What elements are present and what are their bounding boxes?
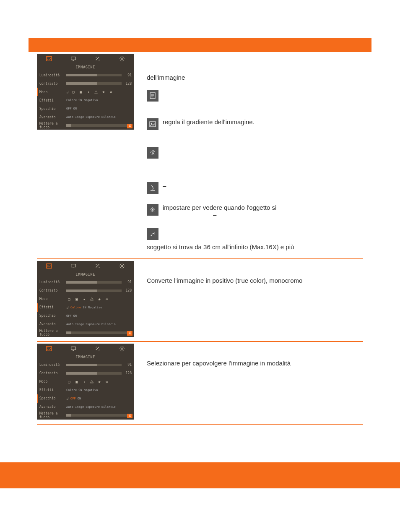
microscope-icon[interactable]: ⧋ xyxy=(89,296,95,302)
opt-bilancio[interactable]: Bilancio xyxy=(101,405,116,409)
normal-mode-icon xyxy=(147,228,158,240)
row-effetti[interactable]: EffettiColoreSNNegativo xyxy=(37,386,134,394)
opt-negativo[interactable]: Negativo xyxy=(84,389,98,392)
row-luminosita[interactable]: Luminosità 91 xyxy=(37,71,134,79)
opt-off[interactable]: OFF xyxy=(66,107,72,110)
row-contrasto[interactable]: Contrasto128 xyxy=(37,287,134,295)
panel-tab-bar xyxy=(37,54,134,64)
opt-bilancio[interactable]: Bilancio xyxy=(101,323,116,326)
row-modo[interactable]: Modo ↲ ▢ ▣ ✦ ⧋ ❀ ∞ xyxy=(37,88,134,96)
value-contrasto: 128 xyxy=(122,82,132,86)
macro-icon[interactable]: ❀ xyxy=(96,296,102,302)
slider-contrasto[interactable] xyxy=(66,372,122,375)
panel-tab-image[interactable] xyxy=(37,344,61,354)
row-effetti[interactable]: Effetti Colore SN Negativo xyxy=(37,96,134,104)
doc-icon[interactable]: ▢ xyxy=(66,379,72,385)
image-icon xyxy=(46,346,52,352)
panel-tab-display[interactable] xyxy=(61,54,86,64)
row-modo[interactable]: Modo▢▣✦⧋❀∞ xyxy=(37,378,134,386)
content-area: IMMAGINE Luminosità 91 Contrasto 128 xyxy=(37,52,363,425)
label-specchio: Specchio xyxy=(39,107,66,111)
row-focus[interactable]: Mettere a fuoco xyxy=(37,121,134,130)
opt-on[interactable]: ON xyxy=(73,107,77,110)
opt-off[interactable]: OFF xyxy=(66,314,72,318)
photo-icon[interactable]: ▣ xyxy=(74,296,80,302)
slider-luminosita[interactable] xyxy=(66,74,122,76)
svg-point-6 xyxy=(151,123,152,124)
opt-off[interactable]: OFF xyxy=(70,397,76,400)
label-effetti: Effetti xyxy=(39,305,66,309)
opt-exposure[interactable]: Exposure xyxy=(86,405,100,409)
infinity-icon[interactable]: ∞ xyxy=(104,296,110,302)
opt-colore[interactable]: Colore xyxy=(66,99,77,102)
panel-tab-display[interactable] xyxy=(61,261,86,271)
photo-icon[interactable]: ▣ xyxy=(78,89,84,95)
opt-autoimage[interactable]: Auto Image xyxy=(66,115,84,119)
macro-mode-icon xyxy=(147,204,158,216)
motion-icon[interactable]: ✦ xyxy=(86,89,91,95)
row-contrasto[interactable]: Contrasto 128 xyxy=(37,79,134,88)
svg-point-1 xyxy=(47,57,48,58)
macro-icon[interactable]: ❀ xyxy=(96,379,102,385)
panel-tab-settings[interactable] xyxy=(110,344,134,354)
opt-exposure[interactable]: Exposure xyxy=(86,323,100,326)
slider-luminosita[interactable] xyxy=(66,281,122,284)
opt-colore[interactable]: Colore xyxy=(66,389,77,392)
macro-icon[interactable]: ❀ xyxy=(101,89,106,95)
opt-negativo[interactable]: Negativo xyxy=(88,306,102,309)
panel-tab-image[interactable] xyxy=(37,54,61,64)
opt-autoimage[interactable]: Auto Image xyxy=(66,405,84,409)
panel-tab-settings[interactable] xyxy=(110,261,134,271)
opt-on[interactable]: ON xyxy=(78,397,81,400)
row-modo[interactable]: Modo▢▣✦⧋❀∞ xyxy=(37,295,134,303)
slider-luminosita[interactable] xyxy=(66,364,122,366)
row-luminosita[interactable]: Luminosità91 xyxy=(37,278,134,287)
row-avanzato[interactable]: AvanzatoAuto ImageExposureBilancio xyxy=(37,403,134,411)
infinity-icon[interactable]: ∞ xyxy=(108,89,114,95)
row-effetti[interactable]: Effetti↲ColoreSNNegativo xyxy=(37,303,134,312)
slider-contrasto[interactable] xyxy=(66,82,122,85)
opt-negativo[interactable]: Negativo xyxy=(84,99,98,102)
panel-tab-tools[interactable] xyxy=(86,54,110,64)
opt-sn[interactable]: SN xyxy=(83,306,86,309)
microscope-mode-text: – xyxy=(163,182,363,189)
slider-contrasto[interactable] xyxy=(66,289,122,292)
row-avanzato[interactable]: AvanzatoAuto ImageExposureBilancio xyxy=(37,320,134,329)
opt-bilancio[interactable]: Bilancio xyxy=(101,115,116,119)
row-specchio[interactable]: SpecchioOFFON xyxy=(37,312,134,320)
row-avanzato[interactable]: Avanzato Auto Image Exposure Bilancio xyxy=(37,113,134,121)
slider-focus[interactable] xyxy=(66,331,132,334)
panel-title: IMMAGINE xyxy=(37,64,134,71)
opt-on[interactable]: ON xyxy=(73,314,77,318)
row-focus[interactable]: Mettere a fuoco xyxy=(37,411,134,420)
panel-tab-tools[interactable] xyxy=(86,344,110,354)
panel-tab-settings[interactable] xyxy=(110,54,134,64)
slider-focus[interactable] xyxy=(66,124,132,127)
description-column: Selezionare per capovolgere l'immagine i… xyxy=(139,342,363,370)
microscope-icon[interactable]: ⧋ xyxy=(93,89,99,95)
panel-tab-display[interactable] xyxy=(61,344,86,354)
motion-icon[interactable]: ✦ xyxy=(81,296,87,302)
row-luminosita[interactable]: Luminosità91 xyxy=(37,361,134,369)
opt-sn[interactable]: SN xyxy=(78,389,82,392)
panel-tab-tools[interactable] xyxy=(86,261,110,271)
photo-icon[interactable]: ▣ xyxy=(74,379,80,385)
microscope-mode-icon xyxy=(147,182,158,194)
opt-exposure[interactable]: Exposure xyxy=(86,115,100,119)
motion-icon[interactable]: ✦ xyxy=(81,379,87,385)
doc-icon[interactable]: ▢ xyxy=(66,296,72,302)
row-focus[interactable]: Mettere a fuoco xyxy=(37,329,134,337)
panel-tab-image[interactable] xyxy=(37,261,61,271)
opt-colore[interactable]: Colore xyxy=(70,306,81,309)
infinity-icon[interactable]: ∞ xyxy=(104,379,110,385)
row-specchio[interactable]: Specchio OFF ON xyxy=(37,104,134,113)
value-contrasto: 128 xyxy=(122,371,132,375)
row-contrasto[interactable]: Contrasto128 xyxy=(37,369,134,378)
slider-focus[interactable] xyxy=(66,414,132,417)
microscope-icon[interactable]: ⧋ xyxy=(89,379,95,385)
panel-title: IMMAGINE xyxy=(37,271,134,278)
row-specchio[interactable]: Specchio↲OFFON xyxy=(37,394,134,403)
doc-icon[interactable]: ▢ xyxy=(70,89,76,95)
opt-autoimage[interactable]: Auto Image xyxy=(66,323,84,326)
opt-sn[interactable]: SN xyxy=(78,99,82,102)
